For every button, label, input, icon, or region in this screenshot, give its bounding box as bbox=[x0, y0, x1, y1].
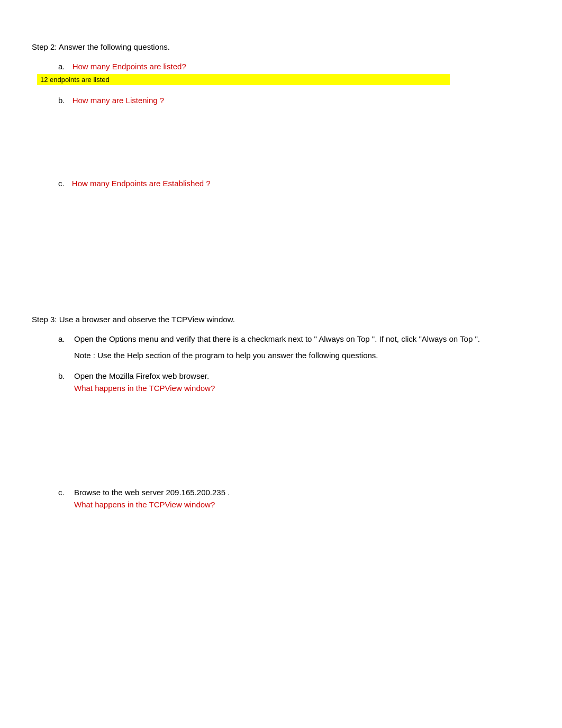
step3-item-a: a. Open the Options menu and verify that… bbox=[58, 334, 530, 364]
answer-c3-blank bbox=[32, 509, 530, 588]
step3-item-b-content: Open the Mozilla Firefox web browser. Wh… bbox=[74, 371, 215, 393]
step3-item-b-label: b. bbox=[58, 371, 69, 380]
answer-b3-blank bbox=[32, 393, 530, 488]
question-a-label: a. bbox=[58, 62, 65, 71]
step2-section: Step 2: Answer the following questions. … bbox=[32, 42, 530, 294]
question-c-label: c. bbox=[58, 179, 65, 188]
question-a: a. How many Endpoints are listed? bbox=[58, 62, 530, 71]
step3-item-a-content: Open the Options menu and verify that th… bbox=[74, 334, 530, 364]
step3-item-a-note: Note : Use the Help section of the progr… bbox=[74, 351, 530, 360]
answer-c-blank bbox=[32, 188, 530, 294]
step2-heading: Step 2: Answer the following questions. bbox=[32, 42, 530, 51]
step3-item-c-question: What happens in the TCPView window? bbox=[74, 500, 215, 509]
step3-item-a-label: a. bbox=[58, 334, 69, 343]
step3-item-c-text: Browse to the web server 209.165.200.235… bbox=[74, 488, 230, 497]
step3-item-b: b. Open the Mozilla Firefox web browser.… bbox=[58, 371, 530, 393]
question-c-text: How many Endpoints are Established ? bbox=[72, 179, 211, 188]
step3-item-b-text: Open the Mozilla Firefox web browser. bbox=[74, 371, 209, 380]
step3-heading: Step 3: Use a browser and observe the TC… bbox=[32, 315, 530, 324]
step3-item-c-label: c. bbox=[58, 488, 69, 497]
step3-item-c-content: Browse to the web server 209.165.200.235… bbox=[74, 488, 230, 509]
question-b: b. How many are Listening ? bbox=[58, 96, 530, 105]
question-b-text: How many are Listening ? bbox=[72, 96, 164, 105]
answer-a-bar: 12 endpoints are listed bbox=[37, 74, 450, 85]
question-b-label: b. bbox=[58, 96, 65, 105]
answer-a-text: 12 endpoints are listed bbox=[40, 76, 110, 84]
step3-item-c: c. Browse to the web server 209.165.200.… bbox=[58, 488, 530, 509]
question-a-text: How many Endpoints are listed? bbox=[72, 62, 186, 71]
step3-section: Step 3: Use a browser and observe the TC… bbox=[32, 315, 530, 588]
step3-item-b-question: What happens in the TCPView window? bbox=[74, 384, 215, 393]
step3-item-a-text: Open the Options menu and verify that th… bbox=[74, 334, 480, 343]
answer-b-blank bbox=[32, 105, 530, 179]
question-c: c. How many Endpoints are Established ? bbox=[58, 179, 530, 188]
